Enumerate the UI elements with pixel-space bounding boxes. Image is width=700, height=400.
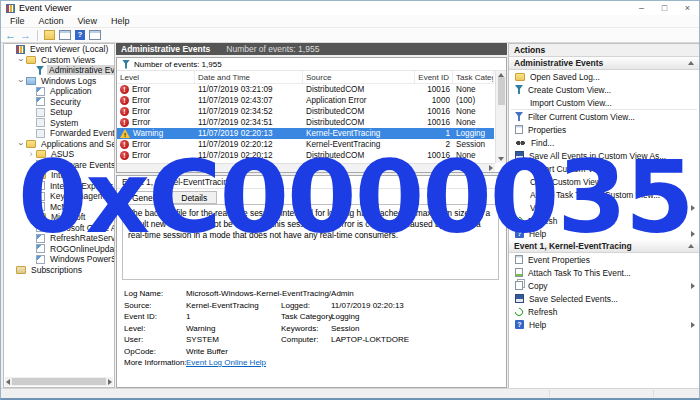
blank-icon <box>515 98 525 107</box>
tree-item-intel[interactable]: ›Intel <box>4 170 114 181</box>
event-row[interactable]: !Error11/07/2019 02:43:07Application Err… <box>117 95 494 106</box>
error-icon: ! <box>120 85 129 94</box>
tree-item-microsoft[interactable]: ›Microsoft <box>4 212 114 223</box>
tree-item-microsoft-office-alerts[interactable]: Microsoft Office Alerts <box>4 223 114 234</box>
properties-window-icon[interactable] <box>89 30 101 40</box>
column-header-task-category[interactable]: Task Category <box>453 71 494 83</box>
tree-item-windows-logs[interactable]: ›Windows Logs <box>4 76 114 87</box>
tree-item-key-management-service[interactable]: Key Management Service <box>4 191 114 202</box>
chevron-right-icon[interactable]: › <box>27 212 35 222</box>
action-label: Attach Task To This Custom View... <box>530 190 660 200</box>
chevron-down-icon[interactable]: › <box>16 77 26 85</box>
menu-action[interactable]: Action <box>32 15 71 28</box>
scroll-down-icon[interactable] <box>498 157 504 161</box>
tree-item-label: Custom Views <box>39 55 97 65</box>
menu-file[interactable]: File <box>3 15 32 28</box>
chevron-down-icon[interactable]: › <box>16 140 26 148</box>
field-label: Log Name: <box>124 288 186 300</box>
action-open-saved-log[interactable]: Open Saved Log... <box>509 70 699 83</box>
action-create-custom-view[interactable]: Create Custom View... <box>509 83 699 96</box>
chevron-right-icon[interactable]: › <box>27 149 35 159</box>
tree-item-windows-powershell[interactable]: Windows PowerShell <box>4 254 114 265</box>
online-help-link[interactable]: Event Log Online Help <box>186 357 269 369</box>
event-row[interactable]: !Error11/07/2019 02:34:51DistributedCOM1… <box>117 117 494 128</box>
menu-help[interactable]: Help <box>104 15 137 28</box>
action-copy[interactable]: Copy <box>509 279 699 292</box>
field-value: Warning <box>186 323 269 335</box>
close-button[interactable]: × <box>676 1 699 15</box>
action-help[interactable]: ?Help <box>509 227 699 240</box>
action-help[interactable]: ?Help <box>509 318 699 331</box>
column-header-date-and-time[interactable]: Date and Time <box>195 71 303 83</box>
action-label: Filter Current Custom View... <box>528 112 635 122</box>
tree-item-event-viewer-local[interactable]: Event Viewer (Local) <box>4 44 114 55</box>
tree-item-security[interactable]: Security <box>4 97 114 108</box>
tree-item-forwarded-events[interactable]: Forwarded Events <box>4 128 114 139</box>
action-find[interactable]: Find... <box>509 136 699 149</box>
forward-icon[interactable]: → <box>20 29 31 41</box>
tree-item-hardware-events[interactable]: Hardware Events <box>4 160 114 171</box>
level-label: Error <box>132 118 150 127</box>
tree-item-custom-views[interactable]: ›Custom Views <box>4 55 114 66</box>
tree-item-internet-explorer[interactable]: Internet Explorer <box>4 181 114 192</box>
event-row[interactable]: !Error11/07/2019 02:34:52DistributedCOM1… <box>117 106 494 117</box>
action-attach-task-to-this-custom-view[interactable]: Attach Task To This Custom View... <box>509 188 699 201</box>
tree-item-asus[interactable]: ›ASUS <box>4 149 114 160</box>
tree-horizontal-scrollbar[interactable] <box>5 377 113 386</box>
tree-item-applications-and-services-logs[interactable]: ›Applications and Services Logs <box>4 139 114 150</box>
scroll-right-icon[interactable] <box>489 165 493 171</box>
action-refresh[interactable]: Refresh <box>509 214 699 227</box>
help-icon[interactable]: ? <box>75 30 85 40</box>
event-row[interactable]: !Error11/07/2019 02:20:12DistributedCOM1… <box>117 150 494 161</box>
action-view[interactable]: View <box>509 201 699 214</box>
collapse-section-icon[interactable] <box>688 244 694 248</box>
minimize-button[interactable]: – <box>630 1 653 15</box>
scroll-left-icon[interactable] <box>6 379 10 385</box>
console-window-icon[interactable] <box>59 30 71 40</box>
actions-section-header[interactable]: Event 1, Kernel-EventTracing <box>509 240 699 253</box>
tree-item-mcneel[interactable]: McNeel <box>4 202 114 213</box>
collapse-section-icon[interactable] <box>688 61 694 65</box>
action-save-selected-events[interactable]: Save Selected Events... <box>509 292 699 305</box>
scroll-thumb[interactable] <box>12 378 106 385</box>
tree-item-setup[interactable]: Setup <box>4 107 114 118</box>
list-horizontal-scrollbar[interactable] <box>117 163 495 172</box>
log-icon <box>36 192 45 201</box>
export-list-icon[interactable] <box>44 30 55 40</box>
tree-item-rogonlineupdate[interactable]: ROGOnlineUpdate <box>4 244 114 255</box>
tab-details[interactable]: Details <box>171 191 217 204</box>
column-header-level[interactable]: Level <box>117 71 195 83</box>
action-attach-task-to-this-event[interactable]: Attach Task To This Event... <box>509 266 699 279</box>
scroll-right-icon[interactable] <box>108 379 112 385</box>
action-filter-current-custom-view[interactable]: Filter Current Custom View... <box>509 110 699 123</box>
maximize-button[interactable]: □ <box>653 1 676 15</box>
tree-item-refreshrateservice[interactable]: RefreshRateService <box>4 233 114 244</box>
action-copy-custom-view[interactable]: Copy Custom View... <box>509 175 699 188</box>
details-close-icon[interactable]: × <box>496 177 501 187</box>
table-rows: !Error11/07/2019 03:21:09DistributedCOM1… <box>117 84 494 161</box>
action-export-custom-view[interactable]: Export Custom View... <box>509 162 699 175</box>
column-header-source[interactable]: Source <box>303 71 415 83</box>
tab-general[interactable]: General <box>122 191 172 204</box>
column-header-event-id[interactable]: Event ID <box>415 71 453 83</box>
action-import-custom-view[interactable]: Import Custom View... <box>509 96 699 109</box>
chevron-right-icon[interactable]: › <box>27 170 35 180</box>
chevron-down-icon[interactable]: › <box>16 56 26 64</box>
tree-item-subscriptions[interactable]: Subscriptions <box>4 265 114 276</box>
event-row[interactable]: !Error11/07/2019 02:20:12Kernel-EventTra… <box>117 139 494 150</box>
menu-view[interactable]: View <box>71 15 104 28</box>
source-cell: DistributedCOM <box>303 85 415 94</box>
scroll-thumb[interactable] <box>498 77 505 105</box>
back-icon[interactable]: ← <box>5 29 16 41</box>
tree-item-system[interactable]: System <box>4 118 114 129</box>
tree-item-application[interactable]: Application <box>4 86 114 97</box>
actions-section-header[interactable]: Administrative Events <box>509 57 699 70</box>
action-properties[interactable]: Properties <box>509 123 699 136</box>
action-save-all-events-in-custom-view-as[interactable]: Save All Events in Custom View As... <box>509 149 699 162</box>
event-row[interactable]: !Error11/07/2019 03:21:09DistributedCOM1… <box>117 84 494 95</box>
tree-item-administrative-events[interactable]: Administrative Events <box>4 65 114 76</box>
list-vertical-scrollbar[interactable] <box>495 71 506 163</box>
action-refresh[interactable]: Refresh <box>509 305 699 318</box>
action-event-properties[interactable]: Event Properties <box>509 253 699 266</box>
event-row[interactable]: !Warning11/07/2019 02:20:13Kernel-EventT… <box>117 128 494 139</box>
